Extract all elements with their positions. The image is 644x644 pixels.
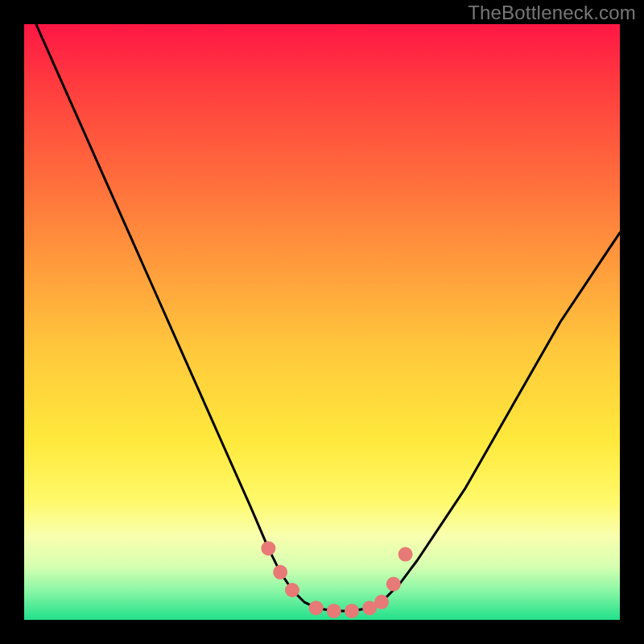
highlight-dot (285, 583, 299, 597)
chart-svg (24, 24, 620, 620)
highlight-dot (261, 541, 275, 555)
highlight-dot (386, 577, 401, 592)
highlight-dot (345, 604, 359, 618)
plot-area (24, 24, 620, 620)
gradient-background (24, 24, 620, 620)
highlight-dot (398, 547, 413, 562)
attribution-label: TheBottleneck.com (468, 2, 636, 24)
highlight-dot (309, 601, 324, 615)
chart-frame: TheBottleneck.com (0, 0, 644, 644)
highlight-dot (273, 565, 287, 580)
highlight-dot (374, 595, 389, 609)
highlight-dot (327, 604, 341, 618)
